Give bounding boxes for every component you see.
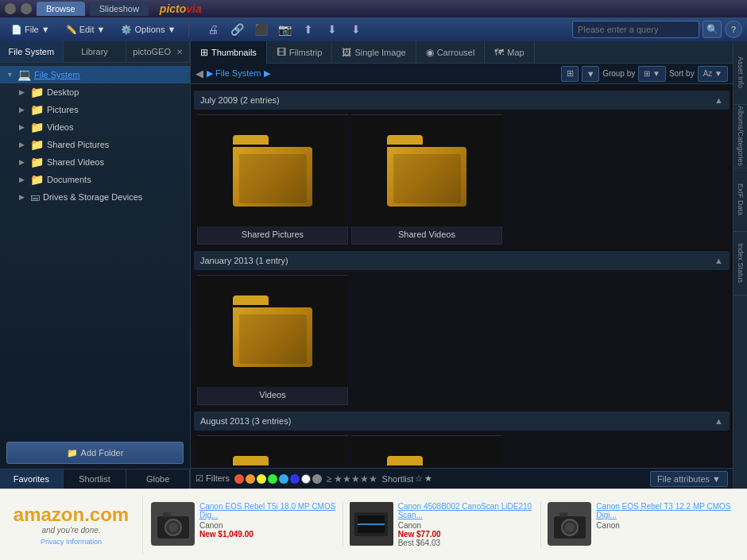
- section-expand-icon[interactable]: ▲: [714, 256, 723, 265]
- color-dot-blue[interactable]: [290, 474, 300, 484]
- thumbnail-aug-1[interactable]: [197, 435, 348, 468]
- thumbnail-shared-pictures[interactable]: Shared Pictures: [197, 114, 348, 245]
- ad-product-title-1[interactable]: Canon EOS Rebel T5i 18.0 MP CMOS Dig...: [199, 502, 336, 519]
- ad-product-title-2[interactable]: Canon 4508B002 CanoScan LiDE210 Scan...: [398, 502, 535, 519]
- tab-thumbnails[interactable]: ⊞ Thumbnails: [191, 41, 267, 64]
- color-dot-yellow[interactable]: [257, 474, 266, 484]
- tab-filmstrip[interactable]: 🎞 Filmstrip: [267, 41, 333, 64]
- tree-item-videos[interactable]: ▶ 📁 Videos: [0, 118, 190, 136]
- ad-product-thumb-2: [350, 502, 393, 546]
- toolbar-btn-1[interactable]: 🖨: [202, 20, 224, 39]
- scanner-icon: [351, 504, 391, 544]
- color-filter-dots: [234, 474, 322, 484]
- tree-item-drives[interactable]: ▶ 🖴 Drives & Storage Devices: [0, 188, 190, 206]
- toolbar-btn-6[interactable]: ⬇: [321, 20, 343, 39]
- fav-tab-globe[interactable]: Globe: [126, 469, 190, 489]
- shortlist-button[interactable]: Shortlist ☆ ★: [382, 473, 433, 484]
- folder-graphic: [387, 456, 466, 468]
- filter-checkbox[interactable]: ☑ Filters: [195, 473, 230, 484]
- back-icon[interactable]: ◀: [195, 68, 203, 79]
- tab-map[interactable]: 🗺 Map: [485, 41, 534, 64]
- fav-tab-favorites[interactable]: Favorites: [0, 469, 64, 489]
- svg-point-2: [168, 523, 178, 532]
- tree-item-filesystem[interactable]: ▼ 💻 File System: [0, 66, 190, 83]
- title-bar: Browse Slideshow pictovia: [0, 0, 747, 17]
- breadcrumb-item-filesystem[interactable]: ▶ File System ▶: [207, 68, 270, 79]
- folder-inner: [239, 154, 307, 203]
- content-area: ⊞ Thumbnails 🎞 Filmstrip 🖼 Single Image …: [191, 41, 733, 489]
- expand-arrow-icon: ▶: [19, 193, 27, 201]
- right-tab-albums[interactable]: Albums/Categories: [733, 105, 747, 168]
- toolbar-right: ⊞ ▼ Group by ⊞ ▼ Sort by Az ▼: [561, 66, 728, 82]
- expand-arrow-icon: ▶: [19, 158, 27, 166]
- color-dot-green[interactable]: [268, 474, 277, 484]
- color-dot-white[interactable]: [301, 474, 311, 484]
- folder-inner: [393, 154, 461, 203]
- toolbar-btn-5[interactable]: ⬆: [297, 20, 319, 39]
- toolbar-btn-3[interactable]: ⬛: [250, 20, 272, 39]
- svg-rect-10: [559, 512, 567, 517]
- color-dot-red[interactable]: [234, 474, 244, 484]
- ad-products: Canon EOS Rebel T5i 18.0 MP CMOS Dig... …: [143, 497, 747, 552]
- tab-single-image[interactable]: 🖼 Single Image: [332, 41, 416, 64]
- close-btn[interactable]: [5, 3, 16, 14]
- sidebar-tab-pictogeo[interactable]: pictoGEO ✕: [126, 41, 190, 62]
- right-tab-index[interactable]: Index Status: [733, 232, 747, 295]
- search-input[interactable]: [572, 21, 699, 38]
- camera2-icon: [550, 504, 590, 544]
- sort-by-select[interactable]: Az ▼: [698, 66, 728, 82]
- sidebar-tab-filesystem[interactable]: File System: [0, 41, 64, 62]
- add-folder-button[interactable]: 📁 Add Folder: [6, 442, 184, 464]
- tree-label: Documents: [47, 175, 91, 184]
- toolbar-btn-7[interactable]: ⬇: [345, 20, 367, 39]
- color-dot-cyan[interactable]: [279, 474, 288, 484]
- amazon-privacy-link[interactable]: Privacy Information: [8, 538, 134, 546]
- folder-icon: 📁: [30, 156, 44, 168]
- toolbar-btn-4[interactable]: 📷: [273, 20, 296, 39]
- tree-item-shared-pictures[interactable]: ▶ 📁 Shared Pictures: [0, 136, 190, 153]
- breadcrumb: ▶ File System ▶: [207, 68, 270, 79]
- tab-carrousel[interactable]: ◉ Carrousel: [416, 41, 486, 64]
- camera-icon: [153, 504, 193, 544]
- folder-icon: 📁: [30, 121, 44, 133]
- svg-rect-3: [163, 512, 171, 517]
- thumbnail-shared-videos[interactable]: Shared Videos: [351, 114, 502, 245]
- tree-item-documents[interactable]: ▶ 📁 Documents: [0, 171, 190, 188]
- thumbnail-videos[interactable]: Videos: [197, 275, 348, 405]
- right-tab-asset-info[interactable]: Asset Info: [733, 41, 747, 105]
- tree-item-pictures[interactable]: ▶ 📁 Pictures: [0, 101, 190, 118]
- file-attributes-button[interactable]: File attributes ▼: [650, 471, 728, 487]
- minimize-btn[interactable]: [21, 3, 32, 14]
- color-dot-gray[interactable]: [312, 474, 322, 484]
- edit-menu[interactable]: ✏️ Edit ▼: [60, 21, 112, 38]
- folder-icon: 📁: [30, 103, 44, 116]
- file-icon: 📄: [11, 21, 22, 38]
- thumb-image: [197, 115, 348, 226]
- sidebar-tab-library[interactable]: Library: [64, 41, 127, 62]
- options-menu[interactable]: ⚙️ Options ▼: [114, 21, 182, 38]
- thumbnail-aug-2[interactable]: [351, 435, 502, 468]
- help-button[interactable]: ?: [725, 21, 742, 38]
- tab-browse[interactable]: Browse: [37, 2, 85, 16]
- tab-slideshow[interactable]: Slideshow: [90, 2, 149, 16]
- tree-item-desktop[interactable]: ▶ 📁 Desktop: [0, 83, 190, 101]
- section-expand-icon[interactable]: ▲: [714, 416, 723, 426]
- amazon-logo: amazon.com and you're done. Privacy Info…: [0, 496, 143, 554]
- group-by-select[interactable]: ⊞ ▼: [638, 66, 666, 82]
- view-toggle-btn-1[interactable]: ⊞: [561, 66, 579, 82]
- expand-arrow-icon: ▶: [19, 88, 27, 96]
- filter-icon[interactable]: ▼: [582, 66, 599, 82]
- search-button[interactable]: 🔍: [702, 21, 722, 38]
- right-tab-exif[interactable]: ExIF Data: [733, 168, 747, 232]
- folder-icon: 📁: [30, 138, 44, 151]
- toolbar-btn-2[interactable]: 🔗: [226, 20, 248, 39]
- tree-item-shared-videos[interactable]: ▶ 📁 Shared Videos: [0, 153, 190, 171]
- thumbnails-area[interactable]: July 2009 (2 entries) ▲ Shared Pictures: [191, 84, 733, 468]
- stars-filter[interactable]: ≥ ★★★★★: [327, 473, 377, 485]
- fav-tab-shortlist[interactable]: Shortlist: [64, 469, 127, 489]
- file-menu[interactable]: 📄 File ▼: [5, 21, 56, 38]
- color-dot-orange[interactable]: [246, 474, 255, 484]
- section-expand-icon[interactable]: ▲: [714, 95, 723, 105]
- ad-product-title-3[interactable]: Canon EOS Rebel T3 12.2 MP CMOS Digi...: [596, 502, 733, 519]
- close-pictogeo-icon[interactable]: ✕: [176, 48, 183, 56]
